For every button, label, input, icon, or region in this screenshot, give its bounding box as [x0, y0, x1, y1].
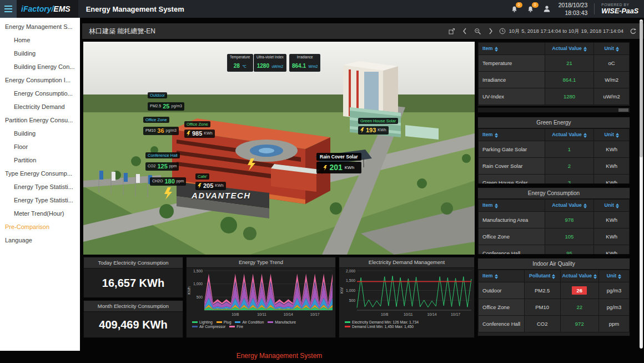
weather-table-scrollbar	[477, 107, 630, 113]
sidebar-item-energy-consumptio[interactable]: Energy Consumptio...	[0, 87, 80, 100]
cell: pg/m3	[599, 282, 630, 299]
legend-label: Manufacture	[275, 320, 296, 324]
column-header-item[interactable]: Item	[479, 200, 545, 212]
column-header-item[interactable]: Item	[479, 43, 545, 55]
value-cell: 972	[560, 316, 599, 332]
overlay-unit: KWh	[204, 131, 212, 136]
svg-text:10/14: 10/14	[427, 312, 436, 316]
overlay-label: Conference Hall	[145, 152, 180, 158]
prev-range-button[interactable]	[461, 27, 468, 36]
column-header-item[interactable]: Item	[479, 129, 545, 141]
column-header-unit[interactable]: Unit	[594, 200, 630, 212]
sensor-label: Temperature	[230, 55, 250, 59]
cell: oC	[594, 55, 630, 72]
user-icon	[543, 5, 551, 13]
sort-icon	[616, 203, 619, 208]
table-row: Temperature21oC	[479, 55, 630, 72]
overlay-unit: KWh	[378, 128, 386, 132]
sidebar-scrollbar-thumb[interactable]	[640, 21, 643, 157]
table-title: Indoor Air Quality	[478, 258, 630, 270]
sidebar-item-energy-type-statisti[interactable]: Energy Type Statisti...	[0, 193, 80, 207]
cell: KWh	[594, 228, 630, 245]
overlay-value: 125	[157, 163, 167, 170]
sidebar-item-building[interactable]: Building	[0, 127, 80, 140]
sidebar-item-building-energy-con[interactable]: Building Energy Con...	[0, 60, 80, 73]
column-header-actual-value[interactable]: Actual Value	[560, 270, 599, 282]
column-header-actual-value[interactable]: Actual Value	[545, 129, 594, 141]
zoom-out-button[interactable]	[473, 27, 482, 36]
sidebar-scrollbar	[640, 19, 643, 349]
legend-color-marker	[217, 321, 222, 323]
sidebar-item-pre-comparison[interactable]: Pre-Comparison	[0, 220, 80, 233]
notification-bell-button[interactable]: 0	[526, 4, 535, 14]
sidebar-item-home[interactable]: Home	[0, 33, 80, 47]
app-logo[interactable]: iFactory/EMS	[17, 0, 78, 18]
column-header-item[interactable]: Item	[479, 270, 525, 282]
card-title: Today Electricity Consumption	[84, 257, 183, 268]
sort-icon	[552, 274, 555, 279]
column-header-unit[interactable]: Unit	[594, 129, 630, 141]
table-row: UV-Index1280uW/m2	[479, 88, 630, 105]
legend-color-marker	[235, 321, 240, 323]
sidebar-item-energy-type-statisti[interactable]: Energy Type Statisti...	[0, 180, 80, 193]
sidebar-item-energy-consumption-i[interactable]: Energy Consumption I...	[0, 73, 80, 87]
overlay-value: 985	[192, 130, 202, 137]
overlay-metric: PM2.5	[150, 104, 161, 108]
svg-text:10/17: 10/17	[310, 312, 320, 316]
overlay-label: Office Zone	[184, 121, 210, 127]
table-row: Conference Hall95KWh	[479, 245, 630, 255]
overlay-unit: KWh	[345, 165, 354, 171]
column-header-unit[interactable]: Unit	[599, 270, 630, 282]
sidebar-item-electricity-demand[interactable]: Electricity Demand	[0, 100, 80, 113]
sensor-value: 1280	[257, 63, 269, 69]
alarm-bell-button[interactable]: 0	[510, 4, 519, 14]
sidebar-item-floor[interactable]: Floor	[0, 140, 80, 153]
sidebar-item-partition[interactable]: Partition	[0, 153, 80, 167]
green-energy-table-panel: Green EnergyItemActual ValueUnitParking …	[477, 117, 630, 184]
svg-text:1,500: 1,500	[193, 269, 203, 273]
cell: pg/m3	[599, 299, 630, 316]
conference-hall-co2-overlay: Conference Hall CO2125ppm	[145, 148, 180, 171]
legend-item-air-compressor: Air Compressor	[192, 325, 225, 329]
powered-by-label: POWERED BY	[601, 3, 638, 7]
scrollbar-thumb[interactable]	[618, 108, 628, 112]
dashboard-footer: Energy Management System	[82, 352, 476, 360]
user-account-button[interactable]	[542, 4, 552, 14]
advantech-building-sign: ADVANTECH	[192, 191, 251, 200]
legend-item-fire: Fire	[229, 325, 243, 329]
column-header-unit[interactable]: Unit	[594, 43, 630, 55]
overlay-unit: KWh	[215, 183, 223, 188]
dashboard-header: 林口建築 能耗總覽-EN 10月 5, 2018 17:14:04 to 10月…	[82, 23, 643, 39]
sidebar-item-building[interactable]: Building	[0, 47, 80, 60]
legend-color-marker	[268, 321, 273, 323]
sidebar-item-language[interactable]: Language	[0, 233, 80, 247]
legend-label: Air Condition	[242, 320, 264, 324]
value-cell: 864.1	[545, 72, 594, 88]
campus-3d-view: Temperature 28 ℃ Ultra-violet Index 1280…	[83, 42, 475, 255]
sidebar-item-meter-trend-hour[interactable]: Meter Trend(Hour)	[0, 207, 80, 220]
table-header-row: ItemActual ValueUnit	[479, 43, 630, 55]
sidebar-item-partition-energy-consu[interactable]: Partition Energy Consu...	[0, 113, 80, 127]
chart-title: Energy Type Trend	[187, 257, 335, 268]
refresh-button[interactable]	[628, 27, 638, 36]
svg-text:10/11: 10/11	[404, 312, 413, 316]
column-header-actual-value[interactable]: Actual Value	[545, 200, 594, 212]
menu-toggle-button[interactable]	[0, 0, 17, 18]
sort-icon	[593, 274, 597, 279]
column-header-actual-value[interactable]: Actual Value	[545, 43, 594, 55]
value-cell: 21	[545, 55, 594, 72]
sidebar-item-type-energy-consump[interactable]: Type Energy Consump...	[0, 167, 80, 180]
legend-item-demand-limit: Demand Limit Min: 1,450 Max: 1,450	[345, 325, 414, 329]
column-header-pollutant[interactable]: Pollutant	[524, 270, 560, 282]
next-range-button[interactable]	[487, 27, 494, 36]
legend-label: Demand Limit Min: 1,450 Max: 1,450	[352, 325, 414, 329]
overlay-value: 201	[329, 163, 342, 172]
weather-table-panel: ItemActual ValueUnitTemperature21oCIrrad…	[477, 42, 630, 106]
time-range-selector[interactable]: 10月 5, 2018 17:14:04 to 10月 19, 2018 17:…	[499, 28, 623, 35]
table-row: Office Zone105KWh	[479, 228, 630, 245]
svg-text:10/17: 10/17	[451, 312, 460, 316]
sidebar-item-energy-management-s[interactable]: Energy Management S...	[0, 20, 80, 33]
table-row: Rain Cover Solar2KWh	[479, 158, 630, 175]
export-button[interactable]	[447, 27, 456, 36]
green-energy-table: ItemActual ValueUnitParking Gate Solar1K…	[478, 128, 630, 184]
